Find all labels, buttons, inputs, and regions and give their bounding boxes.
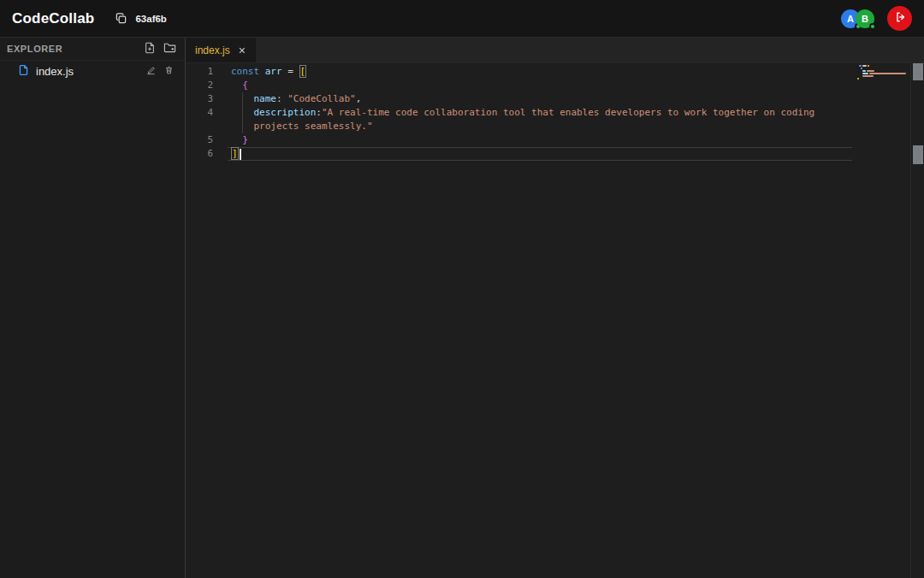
rename-button[interactable]: [146, 65, 156, 78]
code-line-wrap-4: projects seamlessly.": [186, 120, 924, 133]
code-editor[interactable]: 1const arr = [2 {3 name: "CodeCollab",4 …: [186, 63, 924, 578]
minimap-mark: [862, 65, 867, 67]
code-token: ,: [356, 93, 362, 104]
line-content: ]: [231, 147, 241, 161]
code-token: projects seamlessly.": [254, 121, 373, 132]
delete-icon: [164, 65, 174, 78]
sidebar: EXPLORER: [0, 38, 186, 578]
minimap-mark: [862, 73, 868, 74]
code-line-5: 5 }: [186, 133, 924, 147]
line-number: 5: [186, 133, 225, 147]
minimap-row: [857, 78, 909, 80]
line-number: 3: [186, 92, 225, 106]
new-file-icon: [144, 42, 156, 56]
explorer-header: EXPLORER: [0, 38, 185, 61]
line-content: }: [231, 133, 248, 147]
line-content: const arr = [: [231, 65, 306, 79]
tab-index.js[interactable]: index.js×: [186, 38, 256, 62]
line-content: {: [231, 79, 248, 92]
collaborator-avatars: AB: [841, 9, 874, 28]
code-token: :: [316, 107, 322, 118]
code-token: [259, 66, 265, 77]
file-item-index.js[interactable]: index.js: [0, 61, 185, 82]
minimap-row: [857, 68, 909, 69]
minimap-mark: [869, 73, 906, 74]
code-token: ]: [231, 147, 239, 160]
code-token: "A real-time code collaboration tool tha…: [322, 107, 814, 118]
code-token: :: [276, 93, 287, 104]
code-line-3: 3 name: "CodeCollab",: [186, 92, 924, 106]
rename-icon: [146, 65, 156, 78]
online-status-dot: [869, 23, 876, 30]
line-number: 2: [186, 79, 225, 92]
line-content: description:"A real-time code collaborat…: [231, 106, 814, 120]
text-cursor: [240, 149, 241, 160]
code-line-6: 6]: [186, 147, 924, 161]
explorer-heading: EXPLORER: [7, 44, 62, 54]
tab-close-icon[interactable]: ×: [239, 44, 246, 56]
file-actions: [146, 65, 174, 78]
code-token: [231, 107, 254, 118]
leave-room-button[interactable]: [887, 6, 912, 31]
code-token: [231, 93, 254, 104]
code-token: [: [299, 65, 307, 78]
new-folder-icon: [163, 41, 176, 56]
line-number: 4: [186, 106, 225, 120]
new-folder-button[interactable]: [163, 41, 176, 56]
code-lines: 1const arr = [2 {3 name: "CodeCollab",4 …: [186, 63, 924, 578]
app-title: CodeCollab: [12, 10, 94, 27]
file-name: index.js: [36, 65, 74, 78]
code-token: =: [282, 66, 299, 77]
minimap-mark: [868, 65, 869, 67]
code-token: }: [242, 134, 248, 145]
current-line-highlight: [228, 147, 852, 161]
editor-pane: index.js× 1const arr = [2 {3 name: "Code…: [186, 38, 924, 578]
minimap-row: [857, 65, 909, 67]
code-token: [231, 134, 242, 145]
topbar: CodeCollab 63af6b AB: [0, 0, 924, 38]
room-id-label: 63af6b: [135, 14, 166, 24]
tab-label: index.js: [195, 44, 230, 56]
line-number: 6: [186, 147, 225, 161]
code-line-2: 2 {: [186, 79, 924, 92]
minimap-row: [857, 73, 909, 74]
app-window: CodeCollab 63af6b AB: [0, 0, 924, 578]
copy-icon: [115, 12, 127, 25]
scrollbar-thumb-2[interactable]: [913, 145, 923, 164]
line-content: projects seamlessly.": [231, 120, 373, 133]
line-content: name: "CodeCollab",: [231, 92, 361, 106]
minimap-mark: [862, 75, 874, 77]
minimap-row: [857, 75, 909, 77]
copy-room-id-button[interactable]: 63af6b: [115, 12, 166, 25]
main-area: EXPLORER: [0, 38, 924, 578]
minimap-mark: [859, 65, 862, 67]
code-token: description: [254, 107, 317, 118]
scrollbar-thumb-1[interactable]: [913, 63, 923, 80]
minimap-mark: [867, 70, 874, 72]
minimap[interactable]: [857, 65, 909, 80]
code-token: arr: [265, 66, 282, 77]
explorer-actions: [144, 41, 176, 56]
code-token: const: [231, 66, 259, 77]
file-list: index.js: [0, 61, 185, 82]
avatar-b: B: [856, 9, 874, 28]
overview-ruler: [910, 63, 924, 578]
code-token: "CodeCollab": [287, 93, 355, 104]
code-token: name: [254, 93, 277, 104]
new-file-button[interactable]: [144, 41, 156, 56]
minimap-mark: [861, 68, 862, 69]
delete-button[interactable]: [164, 65, 174, 78]
minimap-mark: [857, 78, 859, 80]
line-number: 1: [186, 65, 225, 79]
minimap-row: [857, 70, 909, 72]
logout-icon: [894, 11, 906, 26]
code-token: {: [242, 80, 248, 91]
code-token: [231, 121, 254, 132]
code-line-1: 1const arr = [: [186, 65, 924, 79]
minimap-mark: [862, 70, 866, 72]
file-doc-icon: [18, 64, 29, 80]
code-line-4: 4 description:"A real-time code collabor…: [186, 106, 924, 120]
code-token: [231, 80, 242, 91]
tab-bar: index.js×: [186, 38, 924, 63]
